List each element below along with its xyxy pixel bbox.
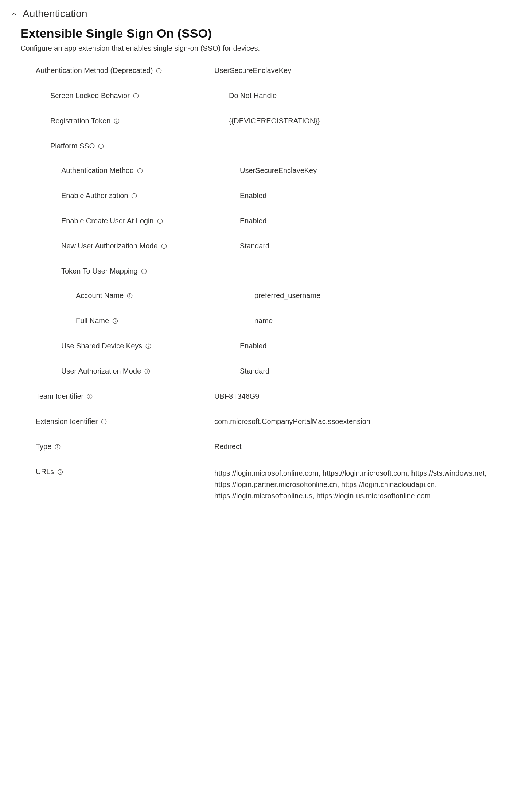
field-auth-method-deprecated: Authentication Method (Deprecated) UserS…: [10, 66, 501, 75]
svg-point-20: [160, 220, 160, 220]
svg-point-50: [60, 471, 61, 471]
svg-point-44: [104, 420, 104, 421]
svg-point-17: [134, 194, 134, 195]
section-collapse-title: Authentication: [23, 8, 87, 20]
value-urls: https://login.microsoftonline.com, https…: [214, 468, 501, 502]
field-registration-token: Registration Token {{DEVICEREGISTRATION}…: [10, 117, 501, 125]
svg-point-26: [144, 270, 144, 270]
info-icon[interactable]: [133, 93, 139, 99]
info-icon[interactable]: [141, 268, 147, 275]
label-enable-authorization: Enable Authorization: [61, 192, 128, 200]
svg-point-47: [58, 445, 58, 446]
field-full-name: Full Name name: [21, 317, 501, 325]
label-full-name: Full Name: [76, 317, 109, 325]
info-icon[interactable]: [131, 193, 137, 199]
value-account-name: preferred_username: [254, 291, 501, 300]
info-icon[interactable]: [112, 318, 118, 324]
svg-point-11: [101, 145, 101, 145]
info-icon[interactable]: [156, 67, 162, 74]
section-collapse-authentication[interactable]: Authentication: [10, 8, 501, 20]
label-team-identifier: Team Identifier: [36, 392, 83, 401]
subheader-platform-sso: Platform SSO: [10, 142, 501, 150]
value-type: Redirect: [214, 442, 501, 451]
svg-point-32: [115, 320, 116, 320]
label-new-user-auth-mode: New User Authorization Mode: [61, 242, 158, 250]
field-extension-identifier: Extension Identifier com.microsoft.Compa…: [10, 417, 501, 426]
info-icon[interactable]: [157, 218, 163, 224]
info-icon[interactable]: [145, 343, 152, 349]
field-use-shared-device-keys: Use Shared Device Keys Enabled: [21, 342, 501, 350]
label-auth-method: Authentication Method: [61, 166, 134, 175]
label-use-shared-device-keys: Use Shared Device Keys: [61, 342, 142, 350]
svg-point-41: [90, 395, 90, 395]
info-icon[interactable]: [144, 368, 151, 375]
svg-point-23: [164, 245, 164, 245]
field-type: Type Redirect: [10, 442, 501, 451]
section-description: Configure an app extension that enables …: [20, 44, 501, 53]
value-auth-method: UserSecureEnclaveKey: [240, 166, 501, 175]
label-extension-identifier: Extension Identifier: [36, 417, 98, 426]
label-registration-token: Registration Token: [50, 117, 110, 125]
field-enable-authorization: Enable Authorization Enabled: [21, 192, 501, 200]
value-new-user-auth-mode: Standard: [240, 242, 501, 250]
svg-point-29: [130, 294, 130, 295]
value-registration-token: {{DEVICEREGISTRATION}}: [229, 117, 501, 125]
label-screen-locked-behavior: Screen Locked Behavior: [50, 92, 130, 100]
info-icon[interactable]: [137, 167, 143, 174]
info-icon[interactable]: [54, 444, 61, 450]
svg-point-14: [140, 169, 140, 170]
label-auth-method-deprecated: Authentication Method (Deprecated): [36, 66, 153, 75]
value-auth-method-deprecated: UserSecureEnclaveKey: [214, 66, 501, 75]
info-icon[interactable]: [57, 469, 63, 475]
value-use-shared-device-keys: Enabled: [240, 342, 501, 350]
label-urls: URLs: [36, 468, 54, 476]
field-enable-create-user: Enable Create User At Login Enabled: [21, 217, 501, 225]
subheader-token-to-user-mapping: Token To User Mapping: [21, 267, 501, 275]
svg-point-8: [117, 120, 117, 120]
value-full-name: name: [254, 317, 501, 325]
field-urls: URLs https://login.microsoftonline.com, …: [10, 468, 501, 502]
value-screen-locked-behavior: Do Not Handle: [229, 92, 501, 100]
info-icon[interactable]: [98, 143, 104, 150]
label-type: Type: [36, 442, 51, 451]
svg-point-35: [148, 345, 149, 345]
info-icon[interactable]: [101, 418, 107, 425]
label-account-name: Account Name: [76, 291, 124, 300]
value-extension-identifier: com.microsoft.CompanyPortalMac.ssoextens…: [214, 417, 501, 426]
svg-point-2: [159, 69, 159, 70]
field-account-name: Account Name preferred_username: [21, 291, 501, 300]
svg-point-38: [147, 370, 148, 370]
value-team-identifier: UBF8T346G9: [214, 392, 501, 401]
label-platform-sso: Platform SSO: [50, 142, 95, 150]
field-new-user-auth-mode: New User Authorization Mode Standard: [21, 242, 501, 250]
label-token-to-user-mapping: Token To User Mapping: [61, 267, 138, 275]
svg-point-5: [136, 94, 136, 95]
field-screen-locked-behavior: Screen Locked Behavior Do Not Handle: [10, 92, 501, 100]
label-user-authorization-mode: User Authorization Mode: [61, 367, 141, 375]
field-user-authorization-mode: User Authorization Mode Standard: [21, 367, 501, 375]
info-icon[interactable]: [86, 393, 93, 400]
info-icon[interactable]: [126, 293, 133, 299]
chevron-up-icon: [10, 10, 18, 18]
label-enable-create-user: Enable Create User At Login: [61, 217, 154, 225]
value-user-authorization-mode: Standard: [240, 367, 501, 375]
value-enable-authorization: Enabled: [240, 192, 501, 200]
info-icon[interactable]: [161, 243, 167, 250]
section-title: Extensible Single Sign On (SSO): [20, 26, 501, 40]
field-auth-method: Authentication Method UserSecureEnclaveK…: [21, 166, 501, 175]
info-icon[interactable]: [113, 118, 120, 124]
value-enable-create-user: Enabled: [240, 217, 501, 225]
field-team-identifier: Team Identifier UBF8T346G9: [10, 392, 501, 401]
